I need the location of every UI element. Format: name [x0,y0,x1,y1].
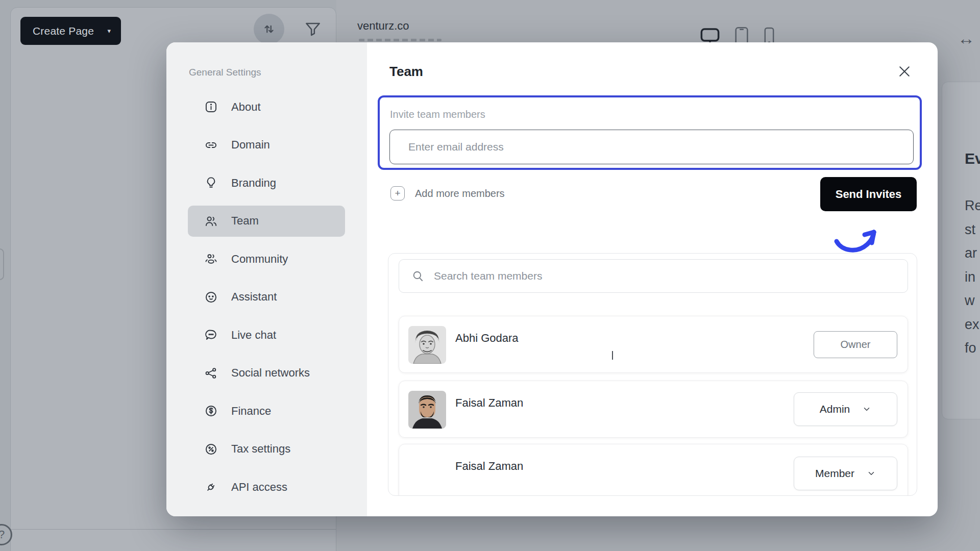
member-row: Faisal Zaman Admin [399,381,908,438]
sidebar-item-api-access[interactable]: API access [188,471,345,503]
sidebar-item-live-chat[interactable]: Live chat [188,319,345,350]
chat-bubble-icon [204,328,218,342]
sidebar-section-title: General Settings [189,67,261,78]
sidebar-item-domain[interactable]: Domain [188,130,345,161]
filter-button[interactable] [302,18,324,40]
panel-collapse-handle[interactable] [0,248,4,280]
invite-form: Invite team members [378,95,922,170]
sidebar-item-community[interactable]: Community [188,243,345,274]
send-invites-button[interactable]: Send Invites [820,177,917,211]
site-url-clipped [359,39,442,41]
question-mark-icon: ? [0,528,5,541]
sidebar-item-team[interactable]: Team [188,206,345,237]
plus-icon: + [390,186,405,201]
panel-divider [11,529,336,530]
clipped-heading-fragment: Ev [965,150,980,167]
avatar [408,326,446,364]
member-row: Faisal Zaman Member [399,444,908,496]
team-members-list: Abhi Godara Owner [388,253,917,496]
dollar-circle-icon [204,404,218,418]
funnel-icon [303,19,323,39]
sidebar-item-branding[interactable]: Branding [188,167,345,198]
annotation-arrow-icon [832,219,889,257]
share-nodes-icon [204,366,218,380]
owner-badge: Owner [814,331,897,358]
page-title: Team [389,64,423,80]
horizontal-resize-icon[interactable]: ↔ [958,29,975,48]
text-cursor-artifact [612,351,613,360]
sidebar-item-finance[interactable]: Finance [188,395,345,427]
member-name: Abhi Godara [455,332,519,345]
team-icon [204,214,218,228]
search-icon [411,269,425,283]
screen: Create Page ▾ venturz.co ↔ Ev Re st ar i… [0,0,980,551]
clipped-paragraph-fragments: Re st ar in w ex fo [965,194,980,360]
create-page-label: Create Page [33,25,94,37]
role-dropdown[interactable]: Admin [794,392,897,426]
plug-icon [204,480,218,494]
close-icon[interactable] [897,64,912,79]
link-icon [204,138,218,152]
community-icon [204,252,218,266]
site-name: venturz.co [357,19,409,33]
sidebar-item-about[interactable]: About [188,91,345,122]
sidebar-item-tax-settings[interactable]: Tax settings [188,434,345,465]
create-page-button[interactable]: Create Page ▾ [20,17,121,45]
chevron-down-icon [862,405,871,414]
sidebar-item-social-networks[interactable]: Social networks [188,358,345,389]
info-icon [204,100,218,114]
team-settings-panel: Team Invite team members + Add more memb… [367,42,938,516]
sidebar-list: About Domain Branding [188,91,345,503]
search-input[interactable] [434,260,908,292]
email-field[interactable] [389,130,914,164]
sort-button[interactable] [254,14,284,44]
add-more-members-button[interactable]: + Add more members [390,186,505,201]
member-row: Abhi Godara Owner [399,316,908,373]
settings-modal: General Settings About Domain [166,42,938,516]
lightbulb-icon [204,176,218,190]
chevron-down-icon [867,469,876,478]
assistant-face-icon [204,290,218,304]
avatar [408,391,446,429]
percent-circle-icon [204,442,218,456]
sort-arrows-icon [261,21,277,37]
member-name: Faisal Zaman [455,460,523,473]
search-bar [399,259,908,293]
settings-sidebar: General Settings About Domain [166,42,367,516]
member-name: Faisal Zaman [455,396,523,410]
chevron-down-icon: ▾ [107,27,111,35]
invite-label: Invite team members [390,109,485,120]
role-dropdown[interactable]: Member [794,457,897,490]
sidebar-item-assistant[interactable]: Assistant [188,282,345,313]
